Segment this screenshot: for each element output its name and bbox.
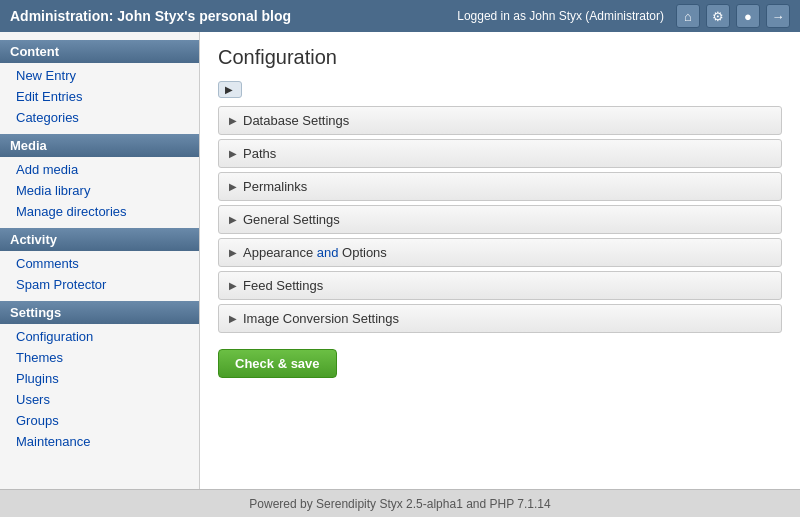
sidebar-item-maintenance[interactable]: Maintenance — [0, 431, 199, 452]
header-right: Logged in as John Styx (Administrator) ⌂… — [457, 4, 790, 28]
accordion-arrow: ▶ — [229, 214, 237, 225]
accordion-item-database-settings[interactable]: ▶Database Settings — [218, 106, 782, 135]
gear-icon-button[interactable]: ⚙ — [706, 4, 730, 28]
user-icon-button[interactable]: ● — [736, 4, 760, 28]
sidebar-item-manage-directories[interactable]: Manage directories — [0, 201, 199, 222]
sidebar-section-content: ContentNew EntryEdit EntriesCategories — [0, 40, 199, 128]
body-container: ContentNew EntryEdit EntriesCategoriesMe… — [0, 32, 800, 489]
sidebar-section-header: Media — [0, 134, 199, 157]
accordion-item-feed-settings[interactable]: ▶Feed Settings — [218, 271, 782, 300]
toggle-all-button[interactable]: ▶ — [218, 81, 242, 98]
sidebar-section-header: Content — [0, 40, 199, 63]
accordion-item-permalinks[interactable]: ▶Permalinks — [218, 172, 782, 201]
sidebar-item-edit-entries[interactable]: Edit Entries — [0, 86, 199, 107]
accordion-label: Appearance and Options — [243, 245, 387, 260]
accordion-container: ▶Database Settings▶Paths▶Permalinks▶Gene… — [218, 106, 782, 333]
accordion-item-image-conversion-settings[interactable]: ▶Image Conversion Settings — [218, 304, 782, 333]
sidebar-section-settings: SettingsConfigurationThemesPluginsUsersG… — [0, 301, 199, 452]
sidebar-item-groups[interactable]: Groups — [0, 410, 199, 431]
accordion-item-paths[interactable]: ▶Paths — [218, 139, 782, 168]
accordion-item-general-settings[interactable]: ▶General Settings — [218, 205, 782, 234]
sidebar: ContentNew EntryEdit EntriesCategoriesMe… — [0, 32, 200, 489]
sidebar-item-plugins[interactable]: Plugins — [0, 368, 199, 389]
accordion-label: Database Settings — [243, 113, 349, 128]
accordion-label: Permalinks — [243, 179, 307, 194]
accordion-label: Image Conversion Settings — [243, 311, 399, 326]
header-logged-in-text: Logged in as John Styx (Administrator) — [457, 9, 664, 23]
accordion-arrow: ▶ — [229, 280, 237, 291]
accordion-arrow: ▶ — [229, 247, 237, 258]
accordion-label: Feed Settings — [243, 278, 323, 293]
sidebar-item-spam-protector[interactable]: Spam Protector — [0, 274, 199, 295]
main-content: Configuration ▶ ▶Database Settings▶Paths… — [200, 32, 800, 489]
sidebar-section-media: MediaAdd mediaMedia libraryManage direct… — [0, 134, 199, 222]
sidebar-item-media-library[interactable]: Media library — [0, 180, 199, 201]
header: Administration: John Styx's personal blo… — [0, 0, 800, 32]
footer: Powered by Serendipity Styx 2.5-alpha1 a… — [0, 489, 800, 517]
accordion-arrow: ▶ — [229, 181, 237, 192]
accordion-arrow: ▶ — [229, 148, 237, 159]
sidebar-section-activity: ActivityCommentsSpam Protector — [0, 228, 199, 295]
home-icon-button[interactable]: ⌂ — [676, 4, 700, 28]
header-title: Administration: John Styx's personal blo… — [10, 8, 291, 24]
accordion-item-appearance-and-options[interactable]: ▶Appearance and Options — [218, 238, 782, 267]
sidebar-item-categories[interactable]: Categories — [0, 107, 199, 128]
page-title: Configuration — [218, 46, 782, 69]
logout-icon-button[interactable]: → — [766, 4, 790, 28]
accordion-arrow: ▶ — [229, 115, 237, 126]
toggle-all-arrow: ▶ — [225, 84, 233, 95]
sidebar-item-themes[interactable]: Themes — [0, 347, 199, 368]
sidebar-section-header: Activity — [0, 228, 199, 251]
accordion-arrow: ▶ — [229, 313, 237, 324]
sidebar-item-new-entry[interactable]: New Entry — [0, 65, 199, 86]
sidebar-item-comments[interactable]: Comments — [0, 253, 199, 274]
sidebar-item-add-media[interactable]: Add media — [0, 159, 199, 180]
check-save-button[interactable]: Check & save — [218, 349, 337, 378]
footer-text: Powered by Serendipity Styx 2.5-alpha1 a… — [249, 497, 550, 511]
accordion-label: Paths — [243, 146, 276, 161]
accordion-label: General Settings — [243, 212, 340, 227]
sidebar-item-configuration[interactable]: Configuration — [0, 326, 199, 347]
sidebar-section-header: Settings — [0, 301, 199, 324]
sidebar-item-users[interactable]: Users — [0, 389, 199, 410]
